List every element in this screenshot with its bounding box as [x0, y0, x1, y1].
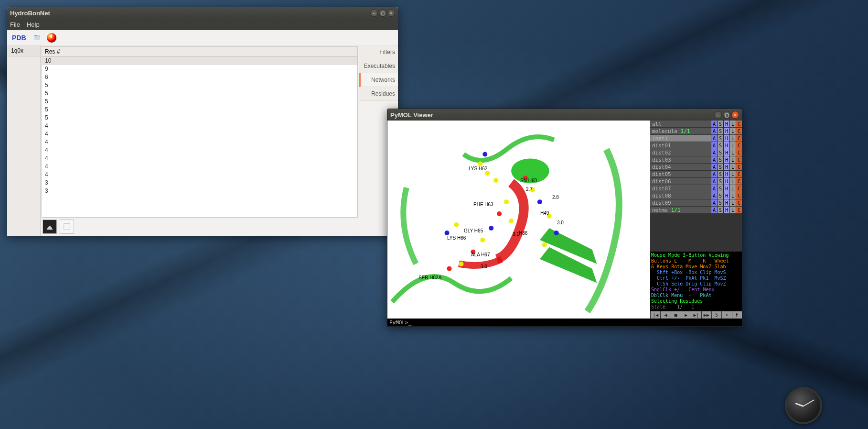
obj-l-button[interactable]: L — [729, 156, 736, 163]
obj-h-button[interactable]: H — [723, 128, 729, 134]
res-row[interactable]: 3 — [42, 187, 357, 195]
obj-s-button[interactable]: S — [717, 192, 723, 199]
obj-s-button[interactable]: S — [717, 142, 723, 149]
pymol-titlebar[interactable]: PyMOL Viewer – ▢ × — [387, 109, 742, 121]
object-row[interactable]: allASHLC — [650, 121, 742, 128]
object-row[interactable]: (net)ASHLC — [650, 135, 742, 142]
vcr-button[interactable]: F — [732, 311, 742, 319]
object-row[interactable]: dist02ASHLC — [650, 149, 742, 156]
pymol-viewport[interactable]: LYS H62SN H602.72.8PHE H63H493.0GLY H65H… — [387, 121, 650, 319]
obj-s-button[interactable]: S — [717, 156, 723, 163]
obj-s-button[interactable]: S — [717, 171, 723, 177]
res-row[interactable]: 10 — [42, 57, 357, 65]
obj-s-button[interactable]: S — [717, 149, 723, 156]
pdb-button[interactable]: PDB — [10, 33, 28, 43]
vcr-button[interactable]: ■ — [671, 311, 681, 319]
pymol-command-line[interactable]: PyMOL>_ — [387, 319, 742, 326]
res-row[interactable]: 5 — [42, 114, 357, 122]
vcr-button[interactable]: ▶| — [691, 311, 701, 319]
pdb-tab[interactable]: 1q0x — [7, 45, 40, 56]
obj-h-button[interactable]: H — [723, 192, 729, 199]
obj-c-button[interactable]: C — [736, 192, 742, 199]
object-row[interactable]: dist05ASHLC — [650, 171, 742, 178]
obj-l-button[interactable]: L — [729, 164, 736, 170]
obj-a-button[interactable]: A — [711, 199, 717, 206]
res-header[interactable]: Res # — [42, 46, 358, 57]
obj-h-button[interactable]: H — [723, 142, 729, 149]
obj-h-button[interactable]: H — [723, 185, 729, 192]
power-icon[interactable] — [46, 33, 57, 43]
obj-h-button[interactable]: H — [723, 207, 729, 213]
obj-l-button[interactable]: L — [729, 142, 736, 149]
close-icon[interactable]: × — [387, 9, 395, 17]
obj-s-button[interactable]: S — [717, 128, 723, 134]
obj-s-button[interactable]: S — [717, 121, 723, 127]
obj-h-button[interactable]: H — [723, 164, 729, 170]
res-row[interactable]: 5 — [42, 98, 357, 106]
open-file-icon[interactable] — [32, 33, 43, 43]
obj-c-button[interactable]: C — [736, 128, 742, 134]
obj-l-button[interactable]: L — [729, 135, 736, 142]
obj-h-button[interactable]: H — [723, 156, 729, 163]
res-row[interactable]: 4 — [42, 130, 357, 138]
obj-s-button[interactable]: S — [717, 164, 723, 170]
maximize-icon[interactable]: ▢ — [379, 9, 386, 17]
object-row[interactable]: netms 1/1ASHLC — [650, 207, 742, 214]
obj-a-button[interactable]: A — [711, 121, 717, 127]
vcr-button[interactable]: ▶ — [681, 311, 691, 319]
side-tab-networks[interactable]: Networks — [359, 73, 398, 87]
side-tab-filters[interactable]: Filters — [359, 45, 398, 59]
obj-l-button[interactable]: L — [729, 121, 736, 127]
obj-a-button[interactable]: A — [711, 192, 717, 199]
res-row[interactable]: 5 — [42, 89, 357, 98]
obj-a-button[interactable]: A — [711, 142, 717, 149]
obj-l-button[interactable]: L — [729, 185, 736, 192]
res-row[interactable]: 6 — [42, 73, 357, 81]
obj-s-button[interactable]: S — [717, 207, 723, 213]
object-row[interactable]: dist06ASHLC — [650, 178, 742, 185]
obj-a-button[interactable]: A — [711, 207, 717, 213]
thumb-dark-icon[interactable] — [43, 220, 57, 234]
res-row[interactable]: 4 — [42, 122, 357, 130]
vcr-button[interactable]: ▾ — [721, 311, 731, 319]
vcr-button[interactable]: ▶▶ — [701, 311, 711, 319]
obj-l-button[interactable]: L — [729, 128, 736, 134]
res-row[interactable]: 4 — [42, 154, 357, 163]
obj-l-button[interactable]: L — [729, 171, 736, 177]
side-tab-residues[interactable]: Residues — [359, 87, 398, 101]
object-row[interactable]: dist07ASHLC — [650, 185, 742, 192]
obj-h-button[interactable]: H — [723, 178, 729, 185]
close-icon[interactable]: × — [731, 111, 739, 119]
obj-c-button[interactable]: C — [736, 199, 742, 206]
obj-a-button[interactable]: A — [711, 149, 717, 156]
obj-a-button[interactable]: A — [711, 135, 717, 142]
obj-l-button[interactable]: L — [729, 192, 736, 199]
obj-c-button[interactable]: C — [736, 171, 742, 177]
side-tab-executables[interactable]: Executables — [359, 59, 398, 73]
object-row[interactable]: dist01ASHLC — [650, 142, 742, 149]
obj-a-button[interactable]: A — [711, 178, 717, 185]
thumb-light-icon[interactable] — [60, 220, 74, 234]
obj-c-button[interactable]: C — [736, 207, 742, 213]
obj-l-button[interactable]: L — [729, 207, 736, 213]
obj-l-button[interactable]: L — [729, 149, 736, 156]
menu-help[interactable]: Help — [27, 21, 40, 28]
res-list[interactable]: 109655555444444433 — [42, 57, 358, 218]
obj-h-button[interactable]: H — [723, 135, 729, 142]
maximize-icon[interactable]: ▢ — [723, 111, 730, 119]
obj-h-button[interactable]: H — [723, 121, 729, 127]
obj-s-button[interactable]: S — [717, 185, 723, 192]
obj-l-button[interactable]: L — [729, 199, 736, 206]
object-row[interactable]: dist09ASHLC — [650, 199, 742, 207]
vcr-button[interactable]: ◀ — [660, 311, 670, 319]
obj-h-button[interactable]: H — [723, 199, 729, 206]
hbn-titlebar[interactable]: HydroBonNet – ▢ × — [7, 7, 398, 19]
obj-s-button[interactable]: S — [717, 178, 723, 185]
obj-a-button[interactable]: A — [711, 156, 717, 163]
obj-c-button[interactable]: C — [736, 121, 742, 127]
obj-s-button[interactable]: S — [717, 199, 723, 206]
res-row[interactable]: 5 — [42, 81, 357, 89]
res-row[interactable]: 5 — [42, 106, 357, 114]
obj-s-button[interactable]: S — [717, 135, 723, 142]
obj-a-button[interactable]: A — [711, 164, 717, 170]
